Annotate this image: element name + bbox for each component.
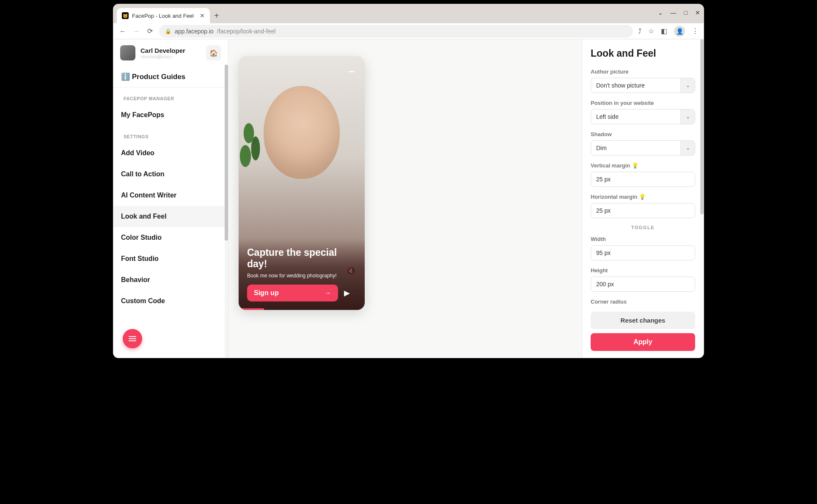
chevron-down-icon: ⌄: [680, 78, 695, 93]
input-height[interactable]: 200 px: [591, 277, 695, 292]
user-row: Carl Developer ••••••••••@•••••.• 🏠: [113, 39, 228, 66]
profile-avatar-icon[interactable]: 👤: [674, 26, 685, 37]
share-icon[interactable]: ⤴: [638, 27, 641, 35]
play-icon[interactable]: ▶: [344, 288, 350, 298]
chevron-down-icon: ⌄: [680, 141, 695, 155]
user-avatar: [120, 45, 135, 60]
preview-subtitle: Book me now for wedding photography!: [247, 273, 356, 279]
sidebar-item-add-video[interactable]: Add Video: [113, 142, 228, 164]
select-value: Left side: [591, 110, 680, 124]
portrait-face: [264, 86, 340, 179]
sidebar-item-color-studio[interactable]: Color Studio: [113, 227, 228, 248]
product-guides-link[interactable]: ℹ️ Product Guides: [113, 66, 228, 88]
reset-button[interactable]: Reset changes: [591, 312, 695, 329]
menu-fab-button[interactable]: [123, 329, 142, 348]
home-icon: 🏠: [209, 49, 218, 57]
video-preview: 🔇 Capture the special day! Book me now f…: [239, 56, 365, 310]
sidebar-item-look-and-feel[interactable]: Look and Feel: [113, 206, 228, 227]
sidebar-item-font-studio[interactable]: Font Studio: [113, 248, 228, 269]
sidebar-item-call-to-action[interactable]: Call to Action: [113, 164, 228, 185]
browser-menu-icon[interactable]: ⋮: [692, 27, 699, 35]
overflow-icon[interactable]: ⌄: [658, 9, 663, 16]
label-shadow: Shadow: [591, 131, 695, 137]
user-email: ••••••••••@•••••.•: [140, 54, 201, 59]
input-vertical-margin[interactable]: 25 px: [591, 172, 695, 187]
input-width[interactable]: 95 px: [591, 245, 695, 260]
label-width: Width: [591, 236, 695, 242]
signup-button[interactable]: Sign up →: [247, 285, 338, 301]
back-button[interactable]: ←: [118, 27, 127, 35]
sidebar-item-behavior[interactable]: Behavior: [113, 269, 228, 290]
sidebar-item-custom-code[interactable]: Custom Code: [113, 290, 228, 312]
select-author-picture[interactable]: Don't show picture ⌄: [591, 78, 695, 93]
apply-button[interactable]: Apply: [591, 333, 695, 351]
select-shadow[interactable]: Dim ⌄: [591, 140, 695, 156]
close-window-icon[interactable]: ✕: [695, 9, 700, 16]
signup-label: Sign up: [254, 289, 279, 297]
toggle-section-header: TOGGLE: [591, 225, 695, 230]
input-horizontal-margin[interactable]: 25 px: [591, 203, 695, 218]
reload-button[interactable]: ⟳: [146, 27, 154, 35]
select-value: Dim: [591, 141, 680, 155]
forward-button[interactable]: →: [132, 27, 140, 35]
select-position[interactable]: Left side ⌄: [591, 109, 695, 124]
user-name: Carl Developer: [140, 47, 201, 54]
label-horizontal-margin: Horizontal margin 💡: [591, 194, 695, 200]
preview-title: Capture the special day!: [247, 247, 356, 270]
favicon-icon: 🐱: [122, 12, 129, 19]
label-corner-radius: Corner radius: [591, 299, 695, 305]
settings-panel: Look and Feel Author picture Don't show …: [582, 39, 704, 358]
tab-title: FacePop - Look and Feel: [132, 13, 194, 19]
arrow-right-icon: →: [325, 289, 331, 297]
home-button[interactable]: 🏠: [206, 45, 221, 60]
lock-icon: 🔒: [165, 28, 171, 34]
label-height: Height: [591, 267, 695, 274]
sidebar-scrollbar[interactable]: [225, 65, 228, 358]
browser-tab[interactable]: 🐱 FacePop - Look and Feel ✕: [117, 8, 210, 23]
preview-overlay: Capture the special day! Book me now for…: [239, 238, 365, 310]
label-author-picture: Author picture: [591, 68, 695, 75]
main-area: 🔇 Capture the special day! Book me now f…: [228, 39, 704, 358]
minimize-icon[interactable]: —: [671, 9, 677, 16]
section-label-manager: FACEPOP MANAGER: [113, 88, 228, 104]
app-content: Carl Developer ••••••••••@•••••.• 🏠 ℹ️ P…: [113, 39, 704, 358]
preview-area: 🔇 Capture the special day! Book me now f…: [228, 39, 582, 358]
panel-title: Look and Feel: [591, 48, 695, 59]
maximize-icon[interactable]: □: [684, 9, 688, 16]
sidebar-item-ai-content-writer[interactable]: AI Content Writer: [113, 185, 228, 206]
hamburger-icon: [129, 336, 136, 341]
url-path: /facepop/look-and-feel: [217, 28, 276, 35]
sidepanel-icon[interactable]: ◧: [661, 27, 667, 35]
chevron-down-icon: ⌄: [680, 110, 695, 124]
url-host: app.facepop.io: [175, 28, 214, 35]
sidebar: Carl Developer ••••••••••@•••••.• 🏠 ℹ️ P…: [113, 39, 228, 358]
label-vertical-margin: Vertical margin 💡: [591, 162, 695, 169]
new-tab-button[interactable]: +: [210, 8, 223, 23]
close-tab-icon[interactable]: ✕: [200, 12, 205, 19]
address-bar: ← → ⟳ 🔒 app.facepop.io/facepop/look-and-…: [113, 23, 704, 39]
minimize-indicator-icon[interactable]: [349, 71, 355, 72]
section-label-settings: SETTINGS: [113, 126, 228, 142]
titlebar: 🐱 FacePop - Look and Feel ✕ + ⌄ — □ ✕: [113, 4, 704, 23]
label-position: Position in your website: [591, 100, 695, 106]
video-progress[interactable]: [239, 308, 264, 310]
bookmark-icon[interactable]: ☆: [648, 27, 654, 35]
select-value: Don't show picture: [591, 78, 680, 93]
sidebar-item-my-facepops[interactable]: My FacePops: [113, 104, 228, 126]
browser-window: 🐱 FacePop - Look and Feel ✕ + ⌄ — □ ✕ ← …: [113, 4, 704, 358]
panel-scrollbar[interactable]: [700, 39, 704, 358]
url-input[interactable]: 🔒 app.facepop.io/facepop/look-and-feel: [159, 25, 633, 38]
